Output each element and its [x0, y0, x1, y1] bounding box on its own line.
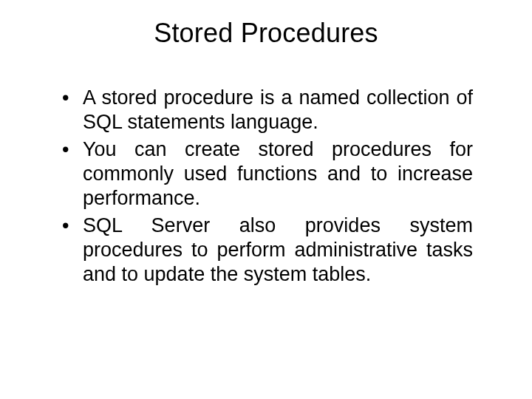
list-item: A stored procedure is a named collection… [59, 86, 473, 134]
list-item: You can create stored procedures for com… [59, 137, 473, 211]
slide-title: Stored Procedures [44, 18, 488, 49]
bullet-list: A stored procedure is a named collection… [44, 86, 488, 287]
slide: Stored Procedures A stored procedure is … [0, 0, 532, 399]
list-item: SQL Server also provides system procedur… [59, 214, 473, 287]
